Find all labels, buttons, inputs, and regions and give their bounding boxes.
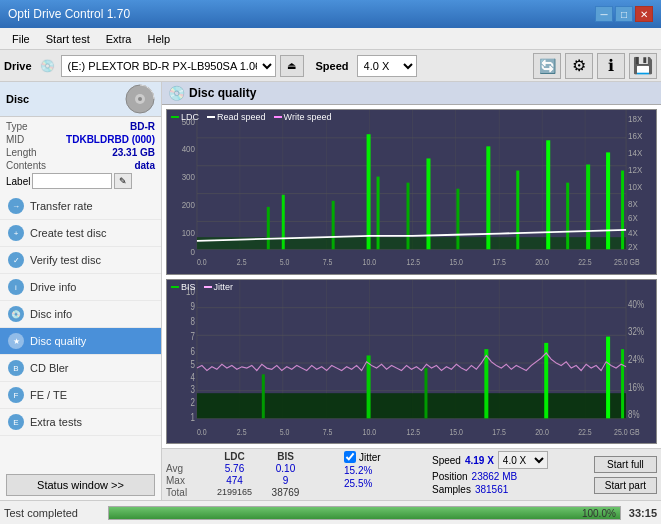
max-label: Max — [166, 475, 206, 486]
read-speed-dot — [207, 116, 215, 118]
svg-text:22.5: 22.5 — [578, 426, 592, 436]
svg-text:8: 8 — [190, 316, 194, 327]
nav-label: Verify test disc — [30, 254, 101, 266]
speed-label: Speed — [316, 60, 349, 72]
status-window-button[interactable]: Status window >> — [6, 474, 155, 496]
total-bis-val: 38769 — [263, 487, 308, 498]
svg-text:12X: 12X — [628, 164, 642, 175]
nav-label: Extra tests — [30, 416, 82, 428]
status-text: Test completed — [4, 507, 104, 519]
contents-val: data — [134, 160, 155, 171]
samples-label: Samples — [432, 484, 471, 495]
svg-text:12.5: 12.5 — [407, 257, 421, 267]
svg-text:5.0: 5.0 — [280, 426, 290, 436]
sidebar-item-cd-bler[interactable]: B CD Bler — [0, 355, 161, 382]
sidebar-item-verify-test-disc[interactable]: ✓ Verify test disc — [0, 247, 161, 274]
svg-text:1: 1 — [190, 411, 194, 422]
svg-text:10X: 10X — [628, 181, 642, 192]
settings-button[interactable]: ⚙ — [565, 53, 593, 79]
speed-result-select[interactable]: 4.0 X — [498, 451, 548, 469]
app-title: Opti Drive Control 1.70 — [8, 7, 130, 21]
stats-avg-row: Avg 5.76 0.10 — [166, 463, 336, 474]
disc-info-panel: Type BD-R MID TDKBLDRBD (000) Length 23.… — [0, 117, 161, 193]
drive-label: Drive — [4, 60, 32, 72]
menu-extra[interactable]: Extra — [98, 31, 140, 47]
svg-rect-35 — [621, 171, 624, 250]
svg-rect-23 — [332, 201, 335, 249]
stats-total-row: Total 2199165 38769 — [166, 487, 336, 498]
svg-text:4X: 4X — [628, 227, 638, 238]
start-buttons: Start full Start part — [594, 451, 657, 498]
sidebar-item-create-test-disc[interactable]: + Create test disc — [0, 220, 161, 247]
main-area: Disc Type BD-R MID TDKBLDRBD (000) Lengt… — [0, 82, 661, 500]
drive-select[interactable]: (E:) PLEXTOR BD-R PX-LB950SA 1.06 — [61, 55, 276, 77]
speed-label: Speed — [432, 455, 461, 466]
start-part-button[interactable]: Start part — [594, 477, 657, 494]
samples-val: 381561 — [475, 484, 508, 495]
svg-text:8X: 8X — [628, 198, 638, 209]
menubar: File Start test Extra Help — [0, 28, 661, 50]
sidebar-item-drive-info[interactable]: i Drive info — [0, 274, 161, 301]
speed-select[interactable]: 4.0 X — [357, 55, 417, 77]
svg-text:32%: 32% — [628, 326, 644, 337]
refresh-button[interactable]: 🔄 — [533, 53, 561, 79]
nav-label: Drive info — [30, 281, 76, 293]
info-button[interactable]: ℹ — [597, 53, 625, 79]
sidebar-item-fe-te[interactable]: F FE / TE — [0, 382, 161, 409]
svg-text:22.5: 22.5 — [578, 257, 592, 267]
svg-text:10.0: 10.0 — [363, 426, 377, 436]
sidebar-item-transfer-rate[interactable]: → Transfer rate — [0, 193, 161, 220]
bottom-chart: BIS Jitter — [166, 279, 657, 445]
sidebar-item-disc-quality[interactable]: ★ Disc quality — [0, 328, 161, 355]
svg-text:400: 400 — [182, 144, 195, 155]
disc-panel-header: Disc — [0, 82, 161, 117]
menu-start-test[interactable]: Start test — [38, 31, 98, 47]
drive-toolbar: Drive 💿 (E:) PLEXTOR BD-R PX-LB950SA 1.0… — [0, 50, 661, 82]
label-set-button[interactable]: ✎ — [114, 173, 132, 189]
svg-rect-28 — [456, 189, 459, 250]
svg-rect-79 — [197, 393, 626, 418]
svg-text:2.5: 2.5 — [237, 426, 247, 436]
drive-icon: 💿 — [40, 59, 55, 73]
svg-text:17.5: 17.5 — [492, 257, 506, 267]
write-speed-dot — [274, 116, 282, 118]
legend-jitter: Jitter — [204, 282, 234, 292]
svg-text:6X: 6X — [628, 213, 638, 224]
nav-list: → Transfer rate + Create test disc ✓ Ver… — [0, 193, 161, 436]
disc-quality-icon: ★ — [8, 333, 24, 349]
close-button[interactable]: ✕ — [635, 6, 653, 22]
jitter-checkbox[interactable] — [344, 451, 356, 463]
svg-text:0.0: 0.0 — [197, 257, 207, 267]
svg-text:9: 9 — [190, 301, 194, 312]
menu-help[interactable]: Help — [139, 31, 178, 47]
start-full-button[interactable]: Start full — [594, 456, 657, 473]
svg-rect-34 — [606, 152, 610, 249]
maximize-button[interactable]: □ — [615, 6, 633, 22]
progress-bar: 100.0% — [108, 506, 621, 520]
svg-rect-21 — [267, 207, 270, 249]
charts-container: LDC Read speed Write speed — [162, 105, 661, 448]
save-button[interactable]: 💾 — [629, 53, 657, 79]
sidebar-item-extra-tests[interactable]: E Extra tests — [0, 409, 161, 436]
svg-rect-80 — [262, 374, 265, 418]
eject-button[interactable]: ⏏ — [280, 55, 304, 77]
titlebar: Opti Drive Control 1.70 ─ □ ✕ — [0, 0, 661, 28]
jitter-check-row: Jitter — [344, 451, 424, 463]
svg-text:0.0: 0.0 — [197, 426, 207, 436]
svg-text:5.0: 5.0 — [280, 257, 290, 267]
label-input[interactable] — [32, 173, 112, 189]
nav-label: Disc quality — [30, 335, 86, 347]
stats-max-row: Max 474 9 — [166, 475, 336, 486]
svg-text:25.0 GB: 25.0 GB — [614, 257, 640, 267]
svg-point-2 — [138, 97, 142, 101]
svg-rect-86 — [621, 349, 624, 418]
ldc-dot — [171, 116, 179, 118]
nav-label: Transfer rate — [30, 200, 93, 212]
svg-text:20.0: 20.0 — [535, 257, 549, 267]
sidebar-item-disc-info[interactable]: 💿 Disc info — [0, 301, 161, 328]
minimize-button[interactable]: ─ — [595, 6, 613, 22]
menu-file[interactable]: File — [4, 31, 38, 47]
max-jitter-val: 25.5% — [344, 478, 424, 489]
svg-text:100: 100 — [182, 227, 195, 238]
type-label: Type — [6, 121, 28, 132]
